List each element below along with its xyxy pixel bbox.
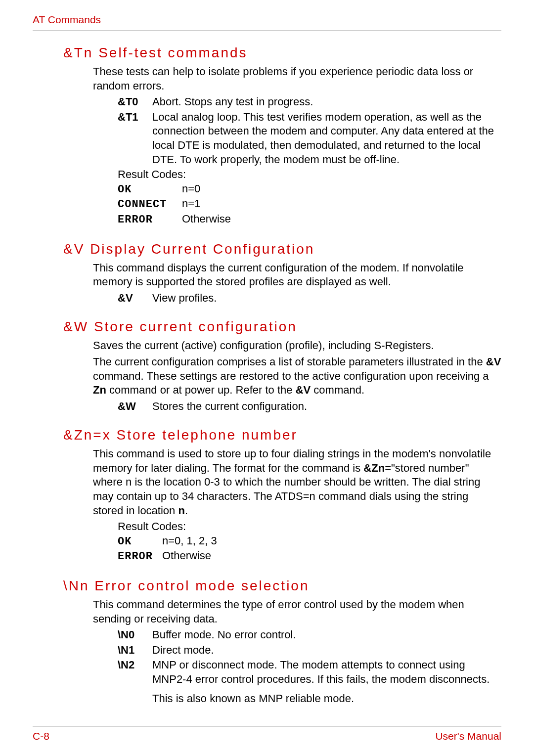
intro-zn-e: . — [185, 504, 188, 517]
cmd-n0: \N0 — [118, 628, 152, 642]
intro-w2-e: command or at power up. Refer to the — [106, 384, 296, 396]
intro-nn: This command determines the type of erro… — [93, 598, 501, 626]
rc-code: ERROR — [118, 550, 162, 564]
cmd-v: &V — [118, 291, 152, 306]
def-row-n0: \N0 Buffer mode. No error control. — [118, 628, 501, 642]
txt-n2: MNP or disconnect mode. The modem attemp… — [152, 658, 501, 706]
txt-t1: Local analog loop. This test verifies mo… — [152, 110, 501, 167]
intro-w2-d: Zn — [93, 384, 106, 396]
txt-n1: Direct mode. — [152, 643, 501, 658]
footer-left: C-8 — [33, 730, 49, 742]
page-header: AT Commands — [33, 14, 501, 31]
heading-tn: &Tn Self-test commands — [63, 45, 501, 61]
top-rule — [33, 31, 501, 31]
footer-right: User's Manual — [435, 730, 501, 742]
intro-tn: These tests can help to isolate problems… — [93, 65, 501, 93]
cmd-n1: \N1 — [118, 643, 152, 658]
heading-nn: \Nn Error control mode selection — [63, 578, 501, 594]
cmd-t1: &T1 — [118, 110, 152, 125]
rc-val: n=1 — [182, 197, 200, 211]
rc-label-tn: Result Codes: — [118, 168, 501, 182]
def-table-w: &W Stores the current configuration. — [118, 400, 501, 414]
def-row-t0: &T0 Abort. Stops any test in progress. — [118, 95, 501, 109]
def-row-w: &W Stores the current configuration. — [118, 400, 501, 414]
intro-zn-b: &Zn — [363, 462, 385, 474]
heading-w: &W Store current configuration — [63, 319, 501, 335]
txt-w: Stores the current configuration. — [152, 400, 501, 414]
txt-t0: Abort. Stops any test in progress. — [152, 95, 501, 109]
heading-v: &V Display Current Configuration — [63, 241, 501, 257]
intro-v: This command displays the current config… — [93, 261, 501, 289]
intro-w2-f: &V — [296, 384, 311, 396]
page-footer: C-8 User's Manual — [33, 730, 501, 742]
txt-v: View profiles. — [152, 291, 501, 306]
rc-row-tn-connect: CONNECT n=1 — [118, 197, 501, 212]
rc-code: OK — [118, 183, 182, 197]
def-table-nn: \N0 Buffer mode. No error control. \N1 D… — [118, 628, 501, 706]
rc-row-zn-error: ERROR Otherwise — [118, 549, 501, 564]
txt-n2-note: This is also known as MNP reliable mode. — [152, 692, 354, 705]
rc-val: Otherwise — [162, 549, 211, 563]
rc-row-zn-ok: OK n=0, 1, 2, 3 — [118, 534, 501, 549]
txt-n0: Buffer mode. No error control. — [152, 628, 501, 642]
rc-code: OK — [118, 535, 162, 549]
cmd-w: &W — [118, 400, 152, 414]
header-title: AT Commands — [33, 14, 501, 26]
rc-val: n=0, 1, 2, 3 — [162, 534, 217, 548]
intro-w1: Saves the current (active) configuration… — [93, 339, 501, 353]
def-table-tn: &T0 Abort. Stops any test in progress. &… — [118, 95, 501, 167]
cmd-n2: \N2 — [118, 658, 152, 672]
def-row-n1: \N1 Direct mode. — [118, 643, 501, 658]
bottom-rule — [33, 726, 501, 726]
def-row-n2: \N2 MNP or disconnect mode. The modem at… — [118, 658, 501, 706]
rc-val: n=0 — [182, 182, 200, 196]
rc-label-zn: Result Codes: — [118, 520, 501, 534]
intro-zn-d: n — [178, 504, 184, 517]
rc-row-tn-error: ERROR Otherwise — [118, 212, 501, 227]
rc-val: Otherwise — [182, 212, 231, 226]
intro-w2-a: The current configuration comprises a li… — [93, 356, 486, 368]
def-row-v: &V View profiles. — [118, 291, 501, 306]
rc-code: CONNECT — [118, 198, 182, 212]
intro-w2-c: command. These settings are restored to … — [93, 370, 489, 382]
rc-row-tn-ok: OK n=0 — [118, 182, 501, 197]
intro-w2: The current configuration comprises a li… — [93, 355, 501, 398]
heading-zn: &Zn=x Store telephone number — [63, 427, 501, 443]
rc-code: ERROR — [118, 213, 182, 227]
cmd-t0: &T0 — [118, 95, 152, 109]
def-table-v: &V View profiles. — [118, 291, 501, 306]
txt-n2-main: MNP or disconnect mode. The modem attemp… — [152, 659, 490, 685]
intro-zn: This command is used to store up to four… — [93, 447, 501, 518]
intro-w2-g: command. — [311, 384, 364, 396]
def-row-t1: &T1 Local analog loop. This test verifie… — [118, 110, 501, 167]
intro-w2-b: &V — [486, 356, 501, 368]
